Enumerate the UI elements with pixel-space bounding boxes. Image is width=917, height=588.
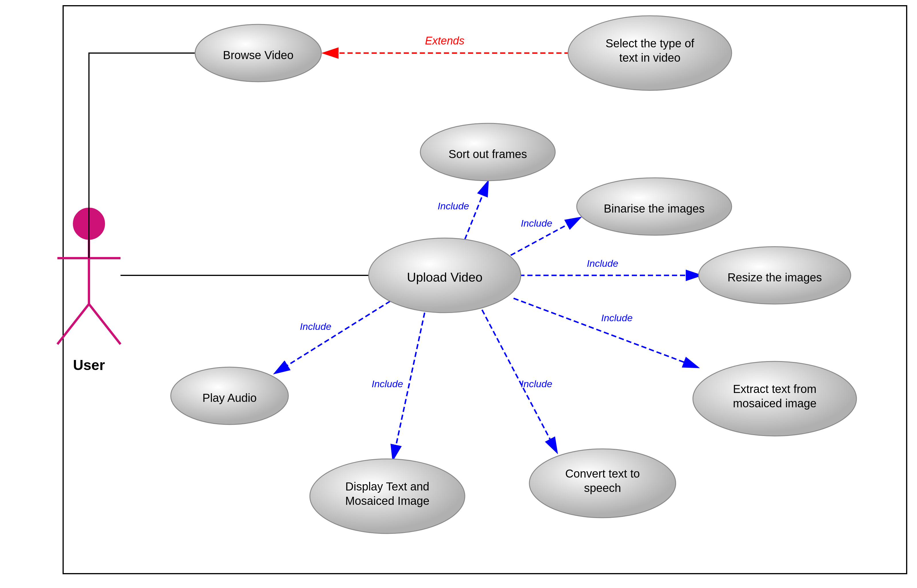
include-sort-label: Include: [438, 200, 469, 212]
convert-text-label-2: speech: [584, 481, 621, 494]
main-svg: User Browse Video (red dashed with arrow…: [0, 0, 917, 588]
display-text-label-1: Display Text and: [346, 480, 430, 493]
select-type-label-1: Select the type of: [605, 37, 694, 50]
convert-text-label-1: Convert text to: [565, 467, 640, 480]
include-extract-label: Include: [601, 312, 633, 323]
display-text-label-2: Mosaiced Image: [345, 494, 429, 507]
include-audio-label: Include: [300, 321, 332, 332]
select-type-label-2: text in video: [619, 51, 680, 64]
include-binarise-label: Include: [521, 218, 552, 229]
diagram-container: User Browse Video (red dashed with arrow…: [0, 0, 917, 588]
sort-frames-label: Sort out frames: [448, 148, 527, 160]
browse-video-label: Browse Video: [223, 49, 294, 61]
play-audio-label: Play Audio: [202, 391, 257, 404]
include-display-label: Include: [372, 378, 403, 389]
extract-text-label-2: mosaiced image: [733, 397, 816, 410]
actor-label: User: [73, 357, 105, 373]
upload-video-label: Upload Video: [407, 270, 482, 284]
resize-label: Resize the images: [727, 271, 822, 284]
include-resize-label: Include: [587, 258, 618, 269]
extends-label: Extends: [425, 35, 464, 47]
extract-text-label-1: Extract text from: [733, 383, 816, 395]
binarise-label: Binarise the images: [604, 202, 704, 215]
include-convert-label: Include: [521, 378, 552, 389]
